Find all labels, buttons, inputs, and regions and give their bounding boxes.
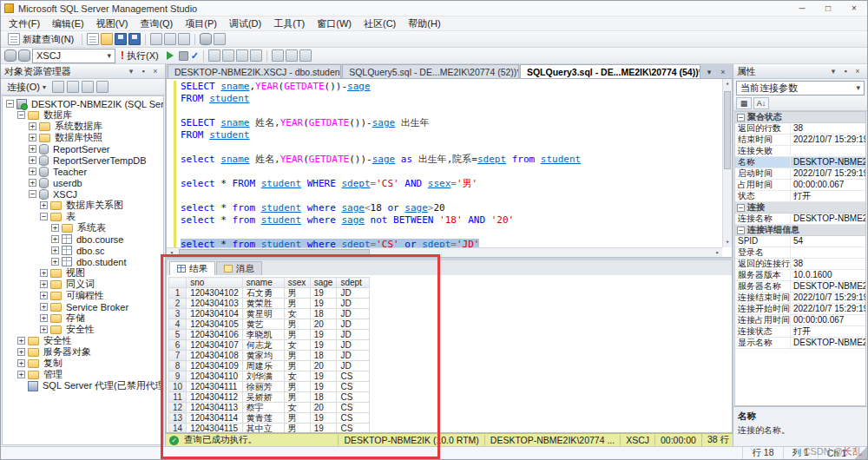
uncomment-icon[interactable] bbox=[286, 49, 298, 62]
grid-cell[interactable]: 李晓凯 bbox=[242, 330, 284, 340]
code-line[interactable] bbox=[167, 105, 721, 117]
grid-cell[interactable]: CS bbox=[337, 424, 370, 433]
print-icon[interactable] bbox=[150, 33, 162, 45]
cut-icon[interactable] bbox=[164, 33, 176, 45]
grid-cell[interactable]: 男 bbox=[284, 392, 310, 403]
grid-cell[interactable]: 黄荣胜 bbox=[242, 299, 284, 309]
scroll-up-icon[interactable]: ▴ bbox=[723, 79, 732, 89]
grid-cell[interactable]: 18 bbox=[310, 309, 337, 319]
chevron-down-icon[interactable]: ▾ bbox=[827, 67, 839, 76]
close-icon[interactable]: × bbox=[149, 67, 161, 76]
menu-item-3[interactable]: 查询(Q) bbox=[134, 16, 179, 30]
grid-cell[interactable]: 男 bbox=[284, 319, 310, 330]
menu-item-0[interactable]: 文件(F) bbox=[3, 16, 46, 30]
grid-cell[interactable]: 女 bbox=[284, 340, 310, 351]
categorized-icon[interactable]: ▦ bbox=[736, 97, 752, 109]
grid-row-number[interactable]: 1 bbox=[169, 288, 187, 299]
grid-row-number[interactable]: 2 bbox=[169, 299, 187, 309]
grid-cell[interactable]: 20 bbox=[310, 403, 337, 413]
tree-item[interactable]: +可编程性 bbox=[3, 290, 163, 301]
tree-item[interactable]: +ReportServerTempDB bbox=[3, 154, 163, 166]
object-explorer-tree[interactable]: −DESKTOP-NBME2IK (SQL Server 10.0.160−数据… bbox=[2, 95, 164, 445]
grid-cell[interactable]: JD bbox=[337, 299, 370, 309]
grid-cell[interactable]: 19 bbox=[310, 299, 337, 309]
grid-row[interactable]: 91204304110刘华满女19CS bbox=[169, 371, 370, 382]
property-row[interactable]: 结束时间2022/10/7 15:29:19 bbox=[735, 135, 865, 146]
property-row[interactable]: SPID54 bbox=[735, 236, 865, 247]
grid-cell[interactable]: CS bbox=[337, 382, 370, 392]
refresh-icon[interactable] bbox=[52, 81, 64, 93]
code-line[interactable] bbox=[167, 166, 721, 178]
tree-item[interactable]: +数据库关系图 bbox=[3, 200, 163, 211]
expand-icon[interactable]: + bbox=[40, 201, 48, 209]
grid-row[interactable]: 121204304113蔡宇女20CS bbox=[169, 403, 370, 413]
collapse-icon[interactable]: − bbox=[40, 213, 48, 220]
tree-item[interactable]: +数据库快照 bbox=[3, 132, 163, 143]
grid-cell[interactable]: 男 bbox=[284, 361, 310, 371]
menu-item-1[interactable]: 编辑(E) bbox=[46, 16, 90, 30]
code-line[interactable] bbox=[167, 227, 721, 239]
grid-row[interactable]: 31204304104黄星明女18JD bbox=[169, 309, 370, 319]
expand-icon[interactable]: + bbox=[51, 258, 59, 266]
activity-monitor-icon[interactable] bbox=[200, 33, 212, 45]
expand-icon[interactable]: + bbox=[29, 134, 36, 141]
grid-row-number[interactable]: 3 bbox=[169, 309, 187, 319]
property-row[interactable]: 服务器版本10.0.1600 bbox=[735, 270, 865, 281]
collapse-icon[interactable]: − bbox=[737, 227, 745, 234]
document-tab-0[interactable]: DESKTOP-NBME2IK.XSCJ - dbo.student bbox=[168, 64, 341, 78]
grid-column-header[interactable]: sage bbox=[310, 278, 337, 288]
tree-item[interactable]: +系统表 bbox=[3, 222, 163, 233]
grid-cell[interactable]: 19 bbox=[310, 371, 337, 382]
grid-cell[interactable]: CS bbox=[337, 413, 370, 424]
expand-icon[interactable]: + bbox=[29, 122, 36, 130]
database-combobox[interactable]: XSCJ ▾ bbox=[32, 49, 115, 63]
grid-cell[interactable]: 1204304106 bbox=[187, 330, 243, 340]
results-to-grid-icon[interactable] bbox=[222, 49, 234, 62]
cancel-query-icon[interactable] bbox=[179, 51, 188, 61]
grid-cell[interactable]: JD bbox=[337, 330, 370, 340]
save-all-icon[interactable] bbox=[128, 33, 141, 45]
close-icon[interactable]: × bbox=[852, 67, 864, 76]
tree-item[interactable]: +userdb bbox=[3, 177, 163, 188]
grid-cell[interactable]: 1204304110 bbox=[187, 371, 243, 382]
editor-vertical-scrollbar[interactable]: ▴ ▾ bbox=[722, 79, 732, 247]
results-to-file-icon[interactable] bbox=[236, 49, 248, 62]
grid-cell[interactable]: 男 bbox=[284, 288, 310, 299]
code-line[interactable]: SELECT sname 姓名,YEAR(GETDATE())-sage 出生年 bbox=[167, 117, 721, 129]
grid-cell[interactable]: CS bbox=[337, 403, 370, 413]
grid-cell[interactable]: 1204304109 bbox=[187, 361, 243, 371]
grid-cell[interactable]: 1204304114 bbox=[187, 413, 243, 424]
expand-icon[interactable]: + bbox=[40, 269, 48, 277]
menu-item-2[interactable]: 视图(V) bbox=[90, 16, 135, 30]
grid-cell[interactable]: 19 bbox=[310, 330, 337, 340]
open-file-icon[interactable] bbox=[101, 33, 113, 45]
grid-cell[interactable]: 1204304107 bbox=[187, 340, 243, 351]
tree-item[interactable]: +dbo.course bbox=[3, 233, 163, 245]
tree-item[interactable]: +安全性 bbox=[3, 324, 163, 335]
tree-item[interactable]: +复制 bbox=[3, 358, 163, 369]
grid-row-number[interactable]: 10 bbox=[169, 382, 187, 392]
grid-row-number[interactable]: 4 bbox=[169, 319, 187, 330]
scroll-left-icon[interactable]: ◂ bbox=[167, 248, 176, 257]
property-row[interactable]: 服务器名称DESKTOP-NBME2IK bbox=[735, 281, 865, 292]
tree-item[interactable]: +dbo.sc bbox=[3, 245, 163, 256]
alphabetical-sort-icon[interactable]: A↓ bbox=[753, 97, 769, 109]
sql-editor[interactable]: SELECT sname,YEAR(GETDATE())-sageFROM st… bbox=[166, 79, 733, 258]
grid-cell[interactable]: 黄家均 bbox=[242, 351, 284, 361]
grid-cell[interactable]: JD bbox=[337, 288, 370, 299]
grid-cell[interactable]: JD bbox=[337, 361, 370, 371]
property-category[interactable]: −连接 bbox=[735, 202, 865, 214]
grid-row[interactable]: 21204304103黄荣胜男19JD bbox=[169, 299, 370, 309]
save-icon[interactable] bbox=[115, 33, 127, 45]
grid-cell[interactable]: 1204304115 bbox=[187, 424, 243, 433]
results-to-text-icon[interactable] bbox=[208, 49, 220, 62]
code-line[interactable]: select * FROM student WHERE sdept='CS' A… bbox=[167, 178, 721, 190]
new-query-button[interactable]: 新建查询(N) bbox=[4, 32, 77, 47]
grid-cell[interactable]: 其中立 bbox=[242, 424, 284, 433]
grid-row-number[interactable]: 13 bbox=[169, 413, 187, 424]
document-tab-2[interactable]: SQLQuery3.sql - DE...ME2IK\20774 (54))* bbox=[520, 64, 700, 78]
scroll-right-icon[interactable]: ▸ bbox=[713, 248, 722, 257]
property-category[interactable]: −聚合状态 bbox=[735, 112, 865, 123]
grid-row[interactable]: 141204304115其中立男19CS bbox=[169, 424, 370, 433]
code-line[interactable]: select * from student where sage<18 or s… bbox=[167, 202, 721, 214]
